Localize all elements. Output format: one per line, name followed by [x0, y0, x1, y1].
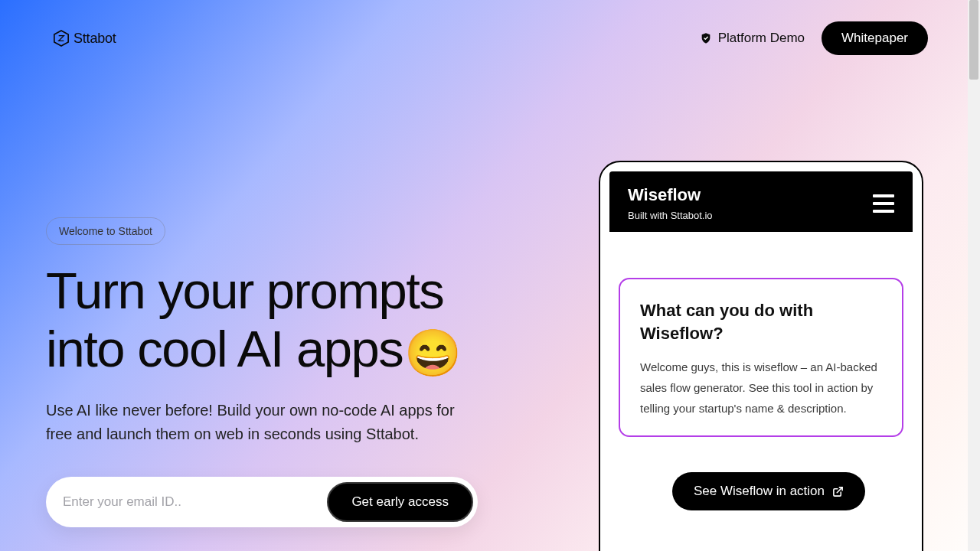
headline-line-1: Turn your prompts: [46, 262, 443, 319]
whitepaper-button[interactable]: Whitepaper: [822, 21, 928, 55]
hero-headline: Turn your prompts into cool AI apps😄: [46, 262, 980, 379]
email-input[interactable]: [63, 494, 327, 510]
hero-subhead: Use AI like never before! Build your own…: [46, 399, 482, 446]
nav-right: Platform Demo Whitepaper: [700, 21, 928, 55]
external-link-icon: [832, 486, 844, 497]
site-header: Sttabot Platform Demo Whitepaper: [0, 0, 980, 55]
logo[interactable]: Sttabot: [54, 30, 116, 47]
welcome-badge: Welcome to Sttabot: [46, 217, 165, 245]
shield-icon: [700, 32, 712, 44]
see-wiseflow-button[interactable]: See Wiseflow in action: [672, 472, 865, 510]
get-early-access-button[interactable]: Get early access: [327, 482, 473, 522]
svg-line-1: [837, 487, 842, 492]
email-capture: Get early access: [46, 477, 478, 527]
logo-icon: [54, 30, 69, 47]
see-wiseflow-label: See Wiseflow in action: [694, 484, 825, 499]
platform-demo-label: Platform Demo: [718, 31, 805, 46]
logo-text: Sttabot: [74, 31, 116, 47]
headline-line-2: into cool AI apps: [46, 320, 403, 377]
platform-demo-link[interactable]: Platform Demo: [700, 31, 805, 46]
hero-section: Welcome to Sttabot Turn your prompts int…: [0, 55, 980, 527]
smile-emoji-icon: 😄: [404, 331, 461, 377]
